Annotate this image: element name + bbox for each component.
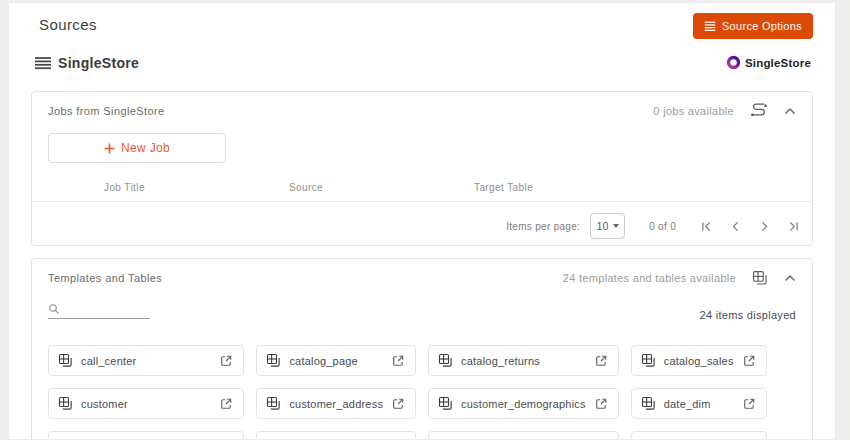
search-row: 24 items displayed <box>32 301 812 335</box>
column-header-job-title: Job Title <box>104 182 289 193</box>
jobs-panel-header: Jobs from SingleStore 0 jobs available <box>32 92 812 127</box>
open-in-new-icon[interactable] <box>594 354 608 368</box>
table-icon <box>438 396 453 411</box>
main-content-sheet: Sources Source Options SingleStore <box>8 2 836 440</box>
templates-availability: 24 templates and tables available <box>563 272 736 284</box>
source-name-wrap: SingleStore <box>35 55 139 71</box>
templates-panel: Templates and Tables 24 templates and ta… <box>31 258 813 440</box>
page-range-label: 0 of 0 <box>649 221 676 232</box>
source-options-button[interactable]: Source Options <box>693 13 813 39</box>
new-job-label: New Job <box>121 141 170 155</box>
table-name: catalog_returns <box>461 355 586 367</box>
table-card[interactable]: call_center <box>48 345 244 376</box>
last-page-button[interactable] <box>787 220 800 233</box>
table-card[interactable]: household_demographics <box>48 431 244 440</box>
page-size-select[interactable]: 10 <box>590 213 625 239</box>
table-card[interactable]: customer <box>48 388 244 419</box>
new-job-button[interactable]: New Job <box>48 133 226 163</box>
table-icon <box>641 396 656 411</box>
list-icon <box>704 20 716 32</box>
singlestore-logo: SingleStore <box>726 55 811 70</box>
table-name: customer <box>81 398 211 410</box>
page-title: Sources <box>39 16 97 33</box>
table-card[interactable]: date_dim <box>631 388 767 419</box>
table-name: customer_demographics <box>461 398 586 410</box>
table-name: date_dim <box>664 398 734 410</box>
table-card[interactable]: customer_address <box>256 388 416 419</box>
column-header-source: Source <box>289 182 474 193</box>
open-in-new-icon[interactable] <box>594 397 608 411</box>
source-options-label: Source Options <box>722 20 802 32</box>
caret-down-icon <box>613 224 619 228</box>
singlestore-logo-text: SingleStore <box>745 57 811 69</box>
open-in-new-icon[interactable] <box>219 354 233 368</box>
column-header-target-table: Target Table <box>474 182 659 193</box>
page-size-value: 10 <box>597 221 609 232</box>
page-header: Sources Source Options <box>31 3 813 47</box>
open-in-new-icon[interactable] <box>391 397 405 411</box>
table-name: catalog_page <box>289 355 383 367</box>
items-per-page-label: Items per page: <box>506 221 580 232</box>
table-card[interactable]: catalog_page <box>256 345 416 376</box>
table-icon <box>641 353 656 368</box>
source-row: SingleStore SingleStore <box>31 47 813 85</box>
jobs-pagination: Items per page: 10 0 of 0 <box>32 202 812 239</box>
table-card[interactable]: income_band <box>256 431 416 440</box>
table-icon <box>266 353 281 368</box>
templates-panel-header: Templates and Tables 24 templates and ta… <box>32 259 812 295</box>
jobs-table-header: Job Title Source Target Table <box>32 182 812 193</box>
jobs-panel-title: Jobs from SingleStore <box>48 105 165 117</box>
previous-page-button[interactable] <box>729 220 742 233</box>
table-card[interactable]: item <box>631 431 767 440</box>
search-field[interactable] <box>48 303 150 319</box>
plus-icon <box>104 143 115 154</box>
collapse-templates-chevron-up-icon[interactable] <box>784 274 796 282</box>
tables-grid: call_center <box>48 345 762 440</box>
open-in-new-icon[interactable] <box>219 397 233 411</box>
templates-panel-title: Templates and Tables <box>48 272 162 284</box>
table-icon <box>438 353 453 368</box>
open-in-new-icon[interactable] <box>742 354 756 368</box>
table-name: catalog_sales <box>664 355 734 367</box>
table-icon <box>58 396 73 411</box>
table-card[interactable]: inventory <box>428 431 619 440</box>
collapse-jobs-chevron-up-icon[interactable] <box>784 107 796 115</box>
table-view-icon[interactable] <box>752 270 768 286</box>
items-displayed-label: 24 items displayed <box>699 309 796 321</box>
table-card[interactable]: customer_demographics <box>428 388 619 419</box>
table-card[interactable]: catalog_returns <box>428 345 619 376</box>
table-name: call_center <box>81 355 211 367</box>
first-page-button[interactable] <box>700 220 713 233</box>
table-icon <box>58 353 73 368</box>
table-name: customer_address <box>289 398 383 410</box>
singlestore-ring-icon <box>726 55 741 70</box>
table-card[interactable]: catalog_sales <box>631 345 767 376</box>
next-page-button[interactable] <box>758 220 771 233</box>
jobs-panel: Jobs from SingleStore 0 jobs available <box>31 91 813 246</box>
jobs-availability: 0 jobs available <box>653 105 734 117</box>
search-input[interactable] <box>64 303 144 315</box>
open-in-new-icon[interactable] <box>742 397 756 411</box>
open-in-new-icon[interactable] <box>391 354 405 368</box>
source-name: SingleStore <box>58 55 139 71</box>
list-icon <box>35 56 51 70</box>
job-flow-icon[interactable] <box>750 103 768 118</box>
table-icon <box>266 396 281 411</box>
search-icon <box>48 303 60 315</box>
